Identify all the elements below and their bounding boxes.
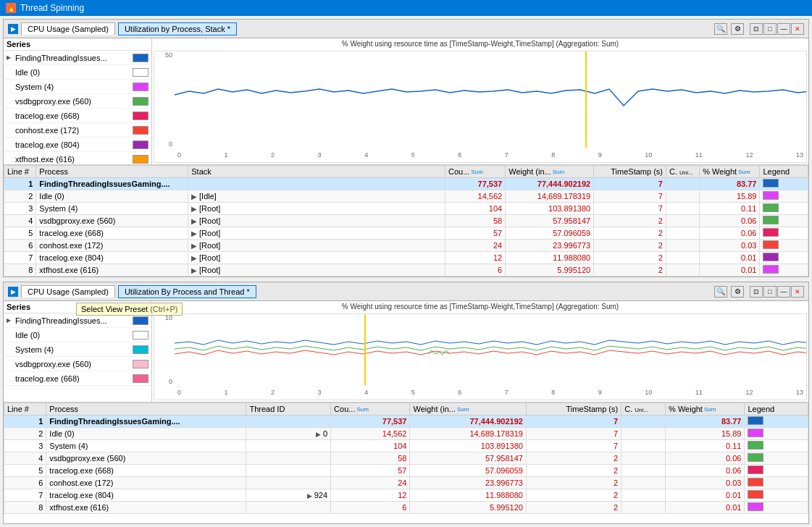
panel-2-settings-btn[interactable]: ⚙ — [731, 286, 744, 298]
series-item[interactable]: ▶FindingThreadingIssues... — [4, 313, 151, 328]
table-row[interactable]: 4 vsdbgproxy.exe (560) ▶ [Root] 58 57.95… — [4, 215, 808, 227]
panel-2-search-btn[interactable]: 🔍 — [714, 286, 727, 298]
series-item[interactable]: vsdbgproxy.exe (560) — [4, 357, 151, 371]
cell-legend — [760, 190, 808, 203]
panel-1-search-btn[interactable]: 🔍 — [714, 23, 727, 35]
series-item[interactable]: ▶FindingThreadingIssues... — [4, 51, 151, 65]
panel-1-series-scroll[interactable]: ▶FindingThreadingIssues...Idle (0)System… — [4, 51, 151, 164]
cell-count: 6 — [445, 264, 506, 277]
cell-process: tracelog.exe (804) — [36, 252, 188, 264]
table-row[interactable]: 8 xtfhost.exe (616) 6 5.995120 2 0.01 — [4, 502, 808, 514]
series-expand-arrow[interactable]: ▶ — [7, 54, 12, 61]
panel-1-minimize-btn[interactable]: — — [777, 23, 790, 35]
panel-2-window-controls: ⊡ □ — ✕ — [750, 286, 804, 298]
th-legend: Legend — [760, 166, 808, 178]
panel-2-maximize-btn[interactable]: □ — [763, 286, 777, 298]
select-view-preset[interactable]: Select View Preset (Ctrl+P) — [76, 303, 183, 316]
table-row[interactable]: 1 FindingThreadingIssuesGaming.... 77,53… — [4, 178, 808, 190]
th2-thread[interactable]: Thread ID — [246, 403, 331, 416]
panel-1-tab1[interactable]: CPU Usage (Sampled) — [21, 22, 115, 35]
series-item[interactable]: System (4) — [4, 80, 151, 94]
panel-2-tab2[interactable]: Utilization By Process and Thread * — [118, 285, 256, 298]
table-row[interactable]: 5 tracelog.exe (668) 57 57.096059 2 0.06 — [4, 465, 808, 477]
table-row[interactable]: 6 conhost.exe (172) 24 23.996773 2 0.03 — [4, 477, 808, 489]
panel-1-restore-btn[interactable]: ⊡ — [750, 23, 763, 35]
th2-pct[interactable]: % WeightSum — [666, 403, 745, 416]
th-process[interactable]: Process — [36, 166, 188, 178]
table-row[interactable]: 2 Idle (0) ▶ [Idle] 14,562 14,689.178319… — [4, 190, 808, 203]
series-item[interactable]: xtfhost.exe (616) — [4, 152, 151, 164]
table-row[interactable]: 1 FindingThreadingIssuesGaming.... 77,53… — [4, 416, 808, 428]
series-item[interactable]: tracelog.exe (668) — [4, 371, 151, 386]
cell-legend — [745, 452, 808, 465]
cell-legend — [760, 264, 808, 277]
table-row[interactable]: 6 conhost.exe (172) ▶ [Root] 24 23.99677… — [4, 240, 808, 252]
cell-weight: 5.995120 — [506, 264, 594, 277]
panel-1-yellow-line — [585, 51, 587, 148]
cell-c — [621, 502, 666, 514]
table-row[interactable]: 8 xtfhost.exe (616) ▶ [Root] 6 5.995120 … — [4, 264, 808, 277]
app-window: 🔥 Thread Spinning ▶ CPU Usage (Sampled) … — [0, 0, 812, 527]
panel-2-series-scroll[interactable]: ▶FindingThreadingIssues...Idle (0)System… — [4, 313, 151, 402]
series-item[interactable]: Idle (0) — [4, 328, 151, 342]
th-timestamp[interactable]: TimeStamp (s) — [594, 166, 666, 178]
cell-line: 4 — [4, 452, 46, 465]
cell-c — [621, 465, 666, 477]
series-name: Idle (0) — [15, 68, 130, 77]
series-expand-arrow[interactable]: ▶ — [7, 317, 12, 324]
cell-process: FindingThreadingIssuesGaming.... — [36, 178, 188, 190]
th-weight[interactable]: Weight (in...Sum — [506, 166, 594, 178]
th2-timestamp[interactable]: TimeStamp (s) — [526, 403, 621, 416]
cell-thread — [246, 440, 331, 452]
series-color-box — [133, 68, 148, 77]
panel-2-tab1[interactable]: CPU Usage (Sampled) — [21, 285, 115, 298]
panel-2-minimize-btn[interactable]: — — [777, 286, 790, 298]
panel-1-chart-container[interactable]: 50 0 0123456789101112 — [154, 51, 807, 163]
th-count[interactable]: Cou...Sum — [445, 166, 506, 178]
table-row[interactable]: 4 vsdbgproxy.exe (560) 58 57.958147 2 0.… — [4, 452, 808, 465]
series-item[interactable]: conhost.exe (172) — [4, 123, 151, 138]
panel-2-chart-container[interactable]: 10 0 — [154, 313, 807, 400]
cell-process: Idle (0) — [46, 428, 246, 440]
series-item[interactable]: Idle (0) — [4, 65, 151, 80]
panel-1-table-container[interactable]: Line # Process Stack Cou...Sum Weight (i… — [4, 165, 808, 277]
th2-weight[interactable]: Weight (in...Sum — [410, 403, 526, 416]
table-row[interactable]: 2 Idle (0) ▶ 0 14,562 14,689.178319 7 15… — [4, 428, 808, 440]
th-pct[interactable]: % WeightSum — [700, 166, 760, 178]
panel-1-tab2[interactable]: Utilization by Process, Stack * — [118, 22, 237, 35]
series-item[interactable]: tracelog.exe (804) — [4, 138, 151, 152]
cell-thread — [246, 477, 331, 489]
cell-stack: ▶ [Idle] — [188, 190, 445, 203]
panel-2-close-btn[interactable]: ✕ — [791, 286, 804, 298]
series-color-box — [133, 54, 148, 62]
table-row[interactable]: 3 System (4) 104 103.891380 7 0.11 — [4, 440, 808, 452]
table-row[interactable]: 7 tracelog.exe (804) ▶ 924 12 11.988080 … — [4, 489, 808, 502]
th-stack[interactable]: Stack — [188, 166, 445, 178]
cell-timestamp: 2 — [526, 502, 621, 514]
table-row[interactable]: 7 tracelog.exe (804) ▶ [Root] 12 11.9880… — [4, 252, 808, 264]
series-name: vsdbgproxy.exe (560) — [15, 97, 130, 106]
cell-line: 8 — [4, 264, 36, 277]
panel-1-close-btn[interactable]: ✕ — [791, 23, 804, 35]
series-item[interactable]: vsdbgproxy.exe (560) — [4, 94, 151, 109]
series-item[interactable]: System (4) — [4, 342, 151, 357]
th-c[interactable]: C. Uni... — [666, 166, 699, 178]
cell-c — [666, 264, 699, 277]
cell-count: 58 — [445, 215, 506, 227]
cell-thread — [246, 416, 331, 428]
cell-pct: 0.06 — [700, 215, 760, 227]
panel-1-window-controls: ⊡ □ — ✕ — [750, 23, 804, 35]
panel-1-chart-area: % Weight using resource time as [TimeSta… — [152, 38, 808, 164]
panel-2-table-container[interactable]: Line # Process Thread ID Cou...Sum Weigh… — [4, 402, 808, 523]
series-item[interactable]: tracelog.exe (668) — [4, 109, 151, 123]
panel-1-maximize-btn[interactable]: □ — [763, 23, 777, 35]
th2-process[interactable]: Process — [46, 403, 246, 416]
panel-1-settings-btn[interactable]: ⚙ — [731, 23, 744, 35]
cell-c — [621, 440, 666, 452]
panel-2-restore-btn[interactable]: ⊡ — [750, 286, 763, 298]
th2-c[interactable]: C. Uni... — [621, 403, 666, 416]
th2-count[interactable]: Cou...Sum — [331, 403, 410, 416]
table-row[interactable]: 3 System (4) ▶ [Root] 104 103.891380 7 0… — [4, 203, 808, 215]
cell-timestamp: 2 — [526, 452, 621, 465]
table-row[interactable]: 5 tracelog.exe (668) ▶ [Root] 57 57.0960… — [4, 227, 808, 240]
